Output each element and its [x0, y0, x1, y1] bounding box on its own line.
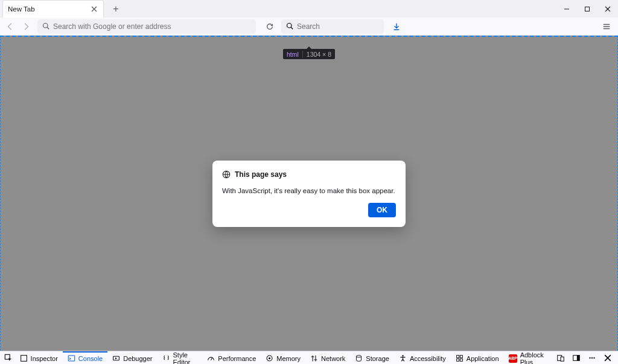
devtools-tab-label: Storage [366, 355, 389, 362]
memory-icon [266, 354, 273, 362]
devtools-tab-accessibility[interactable]: Accessibility [394, 351, 451, 365]
devtools-tab-label: Style Editor [173, 351, 198, 365]
inspector-size-tooltip: html 1304 × 8 [283, 49, 335, 59]
dialog-actions: OK [222, 203, 396, 217]
devtools-tab-storage[interactable]: Storage [350, 351, 394, 365]
svg-rect-0 [585, 7, 590, 11]
close-window-button[interactable] [597, 0, 618, 18]
svg-rect-15 [460, 359, 462, 361]
minimize-button[interactable] [556, 0, 577, 18]
window-controls [556, 0, 618, 18]
devtools-toolbar: Inspector Console Debugger Style Editor … [0, 351, 618, 364]
search-input[interactable] [297, 22, 379, 31]
devtools-tab-label: Application [467, 355, 499, 362]
svg-point-9 [269, 357, 270, 359]
storage-icon [355, 354, 363, 362]
devtools-tab-label: Adblock Plus [520, 351, 548, 365]
accessibility-icon [399, 354, 407, 362]
svg-point-10 [357, 356, 362, 357]
svg-rect-13 [460, 356, 462, 358]
search-bar[interactable] [281, 19, 384, 34]
devtools-tab-style-editor[interactable]: Style Editor [158, 351, 203, 365]
forward-button[interactable] [19, 20, 33, 33]
svg-point-21 [591, 357, 593, 358]
abp-icon: ABP [509, 354, 517, 363]
devtools-tab-label: Network [321, 355, 345, 362]
application-icon [456, 354, 464, 362]
dialog-header: This page says [222, 170, 396, 179]
app-menu-button[interactable] [600, 20, 613, 33]
console-icon [68, 354, 75, 362]
devtools-tab-label: Performance [218, 355, 256, 362]
back-button[interactable] [4, 20, 17, 33]
svg-rect-14 [456, 359, 459, 361]
performance-icon [207, 354, 215, 362]
devtools-tab-network[interactable]: Network [305, 351, 350, 365]
search-icon [286, 21, 293, 32]
svg-point-20 [589, 357, 590, 358]
svg-point-11 [402, 355, 403, 356]
devtools-tab-inspector[interactable]: Inspector [15, 351, 63, 365]
devtools-tab-adblock-plus[interactable]: ABP Adblock Plus [504, 351, 553, 365]
svg-rect-12 [456, 356, 459, 358]
svg-point-1 [43, 23, 48, 28]
url-bar[interactable] [37, 19, 256, 34]
tooltip-tag: html [283, 51, 303, 58]
devtools-tab-performance[interactable]: Performance [202, 351, 261, 365]
svg-rect-6 [68, 356, 75, 361]
devtools-more-button[interactable] [584, 351, 600, 365]
page-viewport: html 1304 × 8 This page says With JavaSc… [0, 36, 618, 351]
network-icon [310, 354, 318, 362]
devtools-tab-label: Accessibility [410, 355, 446, 362]
new-tab-button[interactable]: + [107, 1, 124, 18]
pick-element-button[interactable] [2, 351, 15, 365]
devtools-tab-label: Console [78, 355, 103, 362]
devtools-tab-application[interactable]: Application [451, 351, 504, 365]
browser-tab[interactable]: New Tab [2, 0, 104, 18]
dock-side-button[interactable] [569, 351, 584, 365]
devtools-tab-label: Debugger [123, 355, 152, 362]
ok-button[interactable]: OK [368, 203, 396, 217]
tooltip-dimensions: 1304 × 8 [303, 51, 335, 58]
reload-button[interactable] [263, 20, 276, 33]
globe-icon [222, 170, 231, 179]
downloads-button[interactable] [390, 20, 403, 33]
svg-rect-17 [561, 357, 564, 361]
devtools-tab-debugger[interactable]: Debugger [107, 351, 157, 365]
alert-dialog: This page says With JavaScript, it's rea… [212, 161, 406, 227]
devtools-tab-label: Inspector [31, 355, 58, 362]
debugger-icon [112, 354, 120, 362]
search-icon [42, 21, 49, 32]
dialog-message: With JavaScript, it's really easy to mak… [222, 187, 396, 194]
maximize-button[interactable] [577, 0, 597, 18]
responsive-design-button[interactable] [553, 351, 569, 365]
svg-point-2 [287, 23, 292, 28]
svg-point-22 [593, 357, 594, 358]
url-input[interactable] [53, 22, 251, 31]
devtools-tab-console[interactable]: Console [63, 351, 107, 365]
devtools-tab-memory[interactable]: Memory [261, 351, 305, 365]
style-editor-icon [162, 354, 170, 362]
svg-rect-5 [21, 356, 27, 362]
toolbar [0, 18, 618, 36]
devtools-tab-label: Memory [276, 355, 301, 362]
devtools-close-button[interactable] [600, 351, 616, 365]
inspector-icon [20, 354, 28, 362]
svg-rect-19 [577, 355, 579, 360]
close-tab-icon[interactable] [90, 5, 98, 13]
tab-title: New Tab [8, 5, 90, 13]
tab-strip: New Tab + [0, 0, 618, 18]
dialog-title: This page says [235, 170, 287, 179]
